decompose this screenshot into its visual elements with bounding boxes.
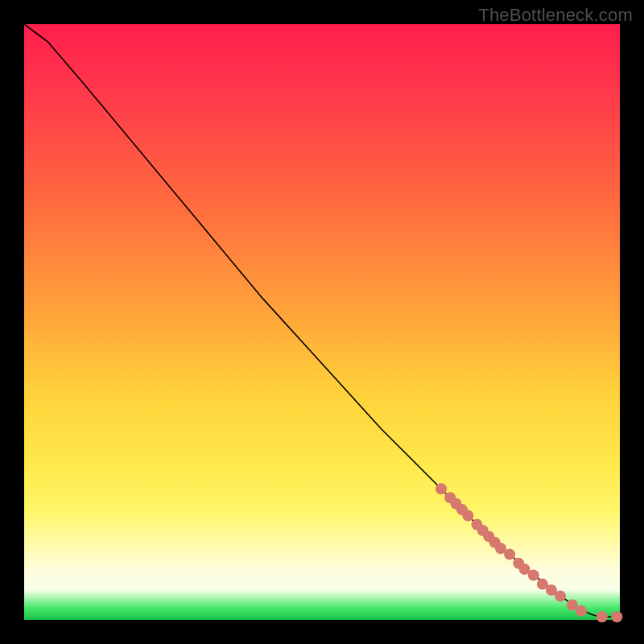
data-marker (528, 570, 539, 581)
plot-area (24, 24, 620, 620)
data-marker (597, 611, 608, 622)
data-marker (555, 590, 566, 601)
curve-line (24, 24, 620, 617)
data-marker (576, 605, 587, 617)
watermark-text: TheBottleneck.com (478, 5, 633, 26)
marker-group (436, 483, 622, 622)
data-marker (436, 483, 447, 494)
chart-frame: TheBottleneck.com (0, 0, 644, 644)
data-marker (462, 510, 473, 522)
chart-svg (24, 24, 620, 620)
data-marker (504, 549, 515, 560)
curve-path (24, 24, 620, 617)
data-marker (611, 611, 622, 622)
